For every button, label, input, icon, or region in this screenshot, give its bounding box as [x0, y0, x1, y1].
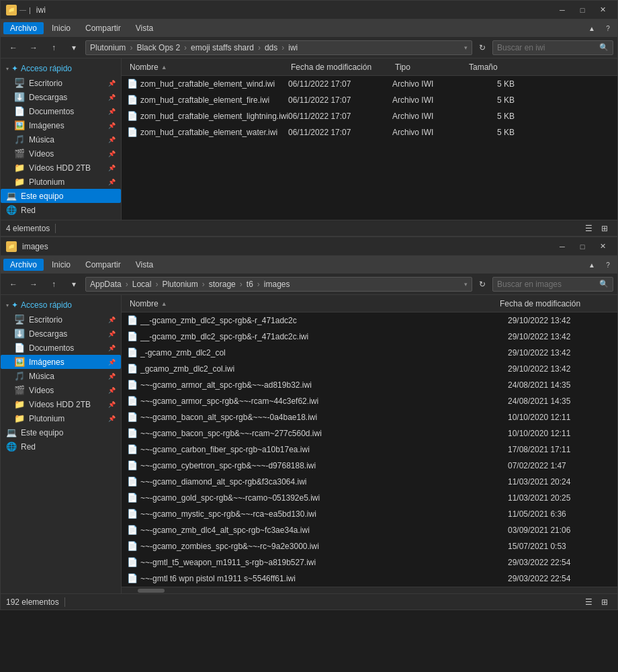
search-input-2[interactable] [497, 280, 599, 289]
view-details-1[interactable]: ☰ [581, 221, 596, 236]
col-nombre-1[interactable]: Nombre ▲ [127, 61, 288, 73]
menu-inicio-2[interactable]: Inicio [45, 259, 77, 271]
back-button-1[interactable]: ← [5, 39, 22, 56]
bc-iwi-1[interactable]: iwi [288, 43, 298, 52]
ribbon-collapse-2[interactable]: ▲ [585, 258, 599, 271]
sidebar-quickaccess-2[interactable]: ▾ ✦ Acceso rápido [1, 298, 121, 312]
view-large-1[interactable]: ⊞ [597, 221, 612, 236]
menu-vista-2[interactable]: Vista [129, 259, 160, 271]
file-row[interactable]: 📄 __-gcamo_zmb_dlc2_spc-rgb&-r_471adc2c.… [122, 329, 617, 345]
file-row[interactable]: 📄 __-gcamo_zmb_dlc2_spc-rgb&-r_471adc2c … [122, 312, 617, 329]
up-button-2[interactable]: ↑ [45, 276, 62, 293]
file-row[interactable]: 📄 ~~-gcamo_armor_alt_spc-rgb&~~-ad819b32… [122, 377, 617, 393]
horizontal-scrollbar-2[interactable] [122, 587, 617, 593]
breadcrumb-1[interactable]: Plutonium › Black Ops 2 › emoji staffs s… [85, 40, 472, 55]
up-button-1[interactable]: ↑ [45, 39, 62, 56]
bc-emoji-1[interactable]: emoji staffs shard [191, 43, 254, 52]
file-row[interactable]: 📄 ~~-gcamo_cybertron_spc-rgb&~~~-d976818… [122, 458, 617, 474]
menu-compartir-1[interactable]: Compartir [79, 22, 128, 34]
col-fecha-1[interactable]: Fecha de modificación [288, 61, 392, 73]
close-button-2[interactable]: ✕ [593, 237, 612, 256]
file-row[interactable]: 📄 ~~-gcamo_armor_spc-rgb&~~-rcam~44c3ef6… [122, 393, 617, 409]
file-row[interactable]: 📄 ~~-gcamo_zombies_spc-rgb&~~-rc~9a2e300… [122, 538, 617, 554]
back-button-2[interactable]: ← [5, 276, 22, 293]
maximize-button-2[interactable]: □ [573, 237, 592, 256]
bc-t6-2[interactable]: t6 [247, 280, 253, 289]
minimize-button-2[interactable]: ─ [553, 237, 572, 256]
bc-blackops2-1[interactable]: Black Ops 2 [136, 43, 180, 52]
sidebar-descargas-2[interactable]: ⬇️ Descargas 📌 [1, 327, 121, 341]
ribbon-help-2[interactable]: ? [601, 258, 615, 271]
sidebar-plutonium-2[interactable]: 📁 Plutonium 📌 [1, 411, 121, 425]
bc-plutonium-2[interactable]: Plutonium [162, 280, 197, 289]
minimize-button-1[interactable]: ─ [553, 1, 572, 19]
ribbon-help-1[interactable]: ? [601, 22, 615, 35]
sidebar-escritorio-1[interactable]: 🖥️ Escritorio 📌 [1, 76, 121, 90]
sidebar-videos-hdd-2[interactable]: 📁 Vídeos HDD 2TB 📌 [1, 397, 121, 411]
sidebar-plutonium-1[interactable]: 📁 Plutonium 📌 [1, 175, 121, 189]
bc-images-2[interactable]: images [264, 280, 290, 289]
sidebar-videos-2[interactable]: 🎬 Vídeos 📌 [1, 383, 121, 397]
sidebar-documentos-1[interactable]: 📄 Documentos 📌 [1, 104, 121, 118]
sidebar-videos-hdd-1[interactable]: 📁 Vídeos HDD 2TB 📌 [1, 161, 121, 175]
sidebar-este-equipo-1[interactable]: 💻 Este equipo [1, 189, 121, 203]
sidebar-red-1[interactable]: 🌐 Red [1, 203, 121, 217]
bc-storage-2[interactable]: storage [209, 280, 236, 289]
forward-button-1[interactable]: → [25, 39, 42, 56]
menu-archivo-2[interactable]: Archivo [3, 259, 44, 271]
file-row[interactable]: 📄 zom_hud_craftable_element_water.iwi 06… [122, 124, 617, 140]
menu-archivo-1[interactable]: Archivo [3, 22, 44, 34]
recent-button-1[interactable]: ▾ [65, 39, 83, 56]
search-bar-1[interactable]: 🔍 [492, 40, 613, 55]
ribbon-collapse-1[interactable]: ▲ [585, 22, 599, 35]
col-tamano-1[interactable]: Tamaño [466, 61, 520, 73]
file-row[interactable]: 📄 ~~-gmtl t6 wpn pistol m1911 s~5546ff61… [122, 571, 617, 587]
bc-dropdown-1[interactable]: ▾ [464, 44, 468, 51]
file-row[interactable]: 📄 ~~-gcamo_carbon_fiber_spc-rgb~a10b17ea… [122, 442, 617, 458]
recent-button-2[interactable]: ▾ [65, 276, 83, 293]
search-input-1[interactable] [497, 43, 599, 52]
refresh-button-1[interactable]: ↻ [475, 40, 490, 55]
file-row[interactable]: 📄 ~~-gmtl_t5_weapon_m1911_s-rgb~a819b527… [122, 554, 617, 571]
scrollbar-thumb-h-2[interactable] [138, 589, 165, 593]
bc-dropdown-2[interactable]: ▾ [464, 281, 468, 288]
search-bar-2[interactable]: 🔍 [492, 277, 613, 292]
view-details-2[interactable]: ☰ [581, 595, 596, 610]
file-row[interactable]: 📄 ~~-gcamo_bacon_alt_spc-rgb&~~~-0a4bae1… [122, 409, 617, 425]
bc-plutonium-1[interactable]: Plutonium [90, 43, 126, 52]
file-row[interactable]: 📄 ~~-gcamo_mystic_spc-rgb&~~-rca~ea5bd13… [122, 506, 617, 522]
file-row[interactable]: 📄 _-gcamo_zmb_dlc2_col 29/10/2022 13:42 [122, 345, 617, 361]
sidebar-quickaccess-1[interactable]: ▾ ✦ Acceso rápido [1, 61, 121, 76]
view-large-2[interactable]: ⊞ [597, 595, 612, 610]
file-row[interactable]: 📄 ~~-gcamo_zmb_dlc4_alt_spc-rgb~fc3ae34a… [122, 522, 617, 538]
file-row[interactable]: 📄 zom_hud_craftable_element_wind.iwi 06/… [122, 76, 617, 92]
menu-inicio-1[interactable]: Inicio [45, 22, 77, 34]
sidebar-descargas-1[interactable]: ⬇️ Descargas 📌 [1, 90, 121, 104]
sidebar-escritorio-2[interactable]: 🖥️ Escritorio 📌 [1, 312, 121, 327]
bc-appdata-2[interactable]: AppData [90, 280, 122, 289]
sidebar-videos-1[interactable]: 🎬 Vídeos 📌 [1, 146, 121, 161]
file-row[interactable]: 📄 ~~-gcamo_gold_spc-rgb&~~-rcamo~051392e… [122, 490, 617, 506]
file-row[interactable]: 📄 ~~-gcamo_diamond_alt_spc-rgb&f3ca3064.… [122, 474, 617, 490]
col-fecha-2[interactable]: Fecha de modificación [497, 298, 601, 310]
sidebar-este-equipo-2[interactable]: 💻 Este equipo [1, 425, 121, 439]
breadcrumb-2[interactable]: AppData › Local › Plutonium › storage › … [85, 277, 472, 292]
file-row[interactable]: 📄 zom_hud_craftable_element_fire.iwi 06/… [122, 92, 617, 108]
col-nombre-2[interactable]: Nombre ▲ [127, 298, 497, 310]
col-tipo-1[interactable]: Tipo [392, 61, 466, 73]
maximize-button-1[interactable]: □ [573, 1, 592, 19]
forward-button-2[interactable]: → [25, 276, 42, 293]
sidebar-musica-2[interactable]: 🎵 Música 📌 [1, 369, 121, 383]
close-button-1[interactable]: ✕ [593, 1, 612, 19]
sidebar-musica-1[interactable]: 🎵 Música 📌 [1, 132, 121, 146]
sidebar-red-2[interactable]: 🌐 Red [1, 439, 121, 454]
bc-dds-1[interactable]: dds [265, 43, 277, 52]
sidebar-imagenes-2[interactable]: 🖼️ Imágenes 📌 [1, 355, 121, 369]
bc-local-2[interactable]: Local [132, 280, 152, 289]
file-row[interactable]: 📄 ~~-gcamo_bacon_spc-rgb&~~-rcam~277c560… [122, 425, 617, 442]
file-row[interactable]: 📄 zom_hud_craftable_element_lightning.iw… [122, 108, 617, 124]
file-row[interactable]: 📄 _gcamo_zmb_dlc2_col.iwi 29/10/2022 13:… [122, 361, 617, 377]
sidebar-imagenes-1[interactable]: 🖼️ Imágenes 📌 [1, 118, 121, 132]
menu-vista-1[interactable]: Vista [129, 22, 160, 34]
menu-compartir-2[interactable]: Compartir [79, 259, 128, 271]
